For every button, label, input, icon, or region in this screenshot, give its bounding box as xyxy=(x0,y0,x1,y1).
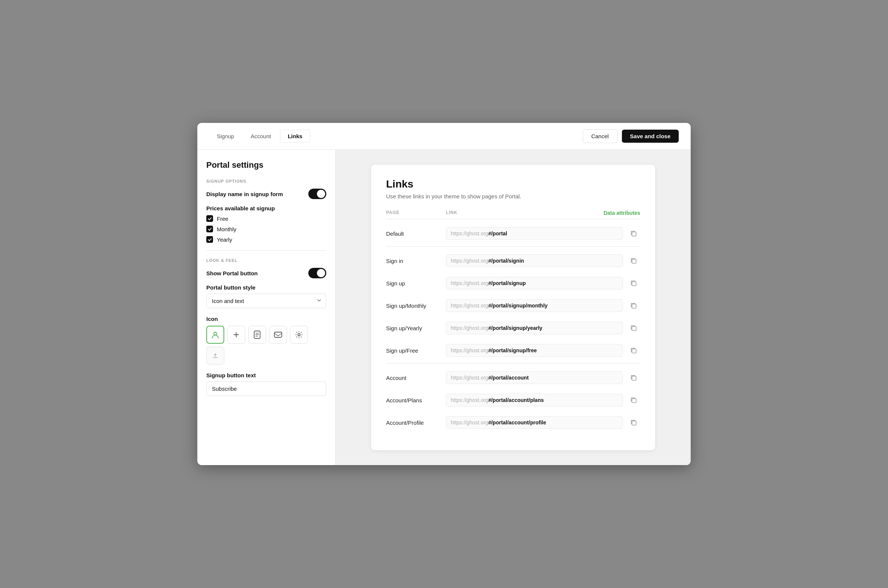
save-close-button[interactable]: Save and close xyxy=(622,130,679,143)
tab-account[interactable]: Account xyxy=(243,130,278,143)
copy-btn-signup-monthly[interactable] xyxy=(627,299,640,312)
tab-group: Signup Account Links xyxy=(209,130,310,143)
tab-links[interactable]: Links xyxy=(280,130,310,143)
link-url-signup-free: https://ghost.org#/portal/signup/free xyxy=(446,344,623,357)
show-portal-toggle[interactable] xyxy=(308,268,326,278)
prices-checkbox-group: Free Monthly Yearly xyxy=(206,215,326,243)
icon-plus[interactable] xyxy=(227,326,245,344)
price-yearly-label: Yearly xyxy=(217,237,232,243)
col-data-header[interactable]: Data attributes xyxy=(604,210,640,216)
link-row-signup: Sign up https://ghost.org#/portal/signup xyxy=(386,272,640,294)
link-url-account-plans: https://ghost.org#/portal/account/plans xyxy=(446,394,623,406)
link-row-signup-monthly: Sign up/Monthly https://ghost.org#/porta… xyxy=(386,294,640,317)
copy-btn-signup-yearly[interactable] xyxy=(627,321,640,335)
prices-label: Prices available at signup xyxy=(206,205,326,212)
copy-btn-account-profile[interactable] xyxy=(627,416,640,429)
page-name-signup-free: Sign up/Free xyxy=(386,347,446,354)
link-url-account-profile: https://ghost.org#/portal/account/profil… xyxy=(446,416,623,429)
col-link-header: Link xyxy=(446,210,604,216)
cancel-button[interactable]: Cancel xyxy=(583,129,618,143)
price-yearly-checkbox[interactable] xyxy=(206,236,213,243)
price-yearly-item[interactable]: Yearly xyxy=(206,236,326,243)
copy-btn-signin[interactable] xyxy=(627,254,640,267)
button-style-select[interactable]: Icon and text xyxy=(206,294,326,308)
page-name-signup-yearly: Sign up/Yearly xyxy=(386,325,446,332)
svg-rect-11 xyxy=(632,399,636,403)
link-row-signup-free: Sign up/Free https://ghost.org#/portal/s… xyxy=(386,339,640,362)
top-bar: Signup Account Links Cancel Save and clo… xyxy=(197,123,691,150)
link-url-signup: https://ghost.org#/portal/signup xyxy=(446,277,623,290)
copy-btn-account-plans[interactable] xyxy=(627,393,640,407)
links-card: Links Use these links in your theme to s… xyxy=(371,165,655,450)
price-monthly-item[interactable]: Monthly xyxy=(206,226,326,232)
links-table-header: Page Link Data attributes xyxy=(386,210,640,219)
main-layout: Portal settings Signup Options Display n… xyxy=(197,150,691,465)
link-row-account: Account https://ghost.org#/portal/accoun… xyxy=(386,366,640,389)
svg-rect-7 xyxy=(632,304,636,308)
svg-rect-5 xyxy=(632,259,636,263)
page-name-signup: Sign up xyxy=(386,280,446,286)
section-divider-1 xyxy=(206,250,326,250)
show-portal-row: Show Portal button xyxy=(206,268,326,278)
signup-text-input[interactable] xyxy=(206,381,326,396)
page-name-account-plans: Account/Plans xyxy=(386,397,446,404)
button-style-select-wrapper: Icon and text xyxy=(206,294,326,308)
svg-rect-6 xyxy=(632,282,636,286)
svg-rect-12 xyxy=(632,421,636,425)
page-name-default: Default xyxy=(386,231,446,237)
display-name-row: Display name in signup form xyxy=(206,189,326,199)
links-section-default: Default https://ghost.org#/portal xyxy=(386,221,640,246)
page-name-signup-monthly: Sign up/Monthly xyxy=(386,303,446,309)
link-row-default: Default https://ghost.org#/portal xyxy=(386,222,640,245)
look-feel-label: Look & Feel xyxy=(206,258,326,262)
icon-person[interactable] xyxy=(206,326,224,344)
link-url-signup-yearly: https://ghost.org#/portal/signup/yearly xyxy=(446,322,623,334)
icon-settings[interactable] xyxy=(290,326,308,344)
svg-rect-4 xyxy=(632,232,636,236)
icon-mail[interactable] xyxy=(269,326,287,344)
page-name-account: Account xyxy=(386,375,446,381)
price-free-item[interactable]: Free xyxy=(206,215,326,222)
link-row-account-plans: Account/Plans https://ghost.org#/portal/… xyxy=(386,389,640,411)
icon-section-label: Icon xyxy=(206,316,326,322)
copy-btn-signup[interactable] xyxy=(627,276,640,290)
col-page-header: Page xyxy=(386,210,446,216)
link-url-signin: https://ghost.org#/portal/signin xyxy=(446,254,623,267)
price-monthly-checkbox[interactable] xyxy=(206,226,213,232)
sidebar: Portal settings Signup Options Display n… xyxy=(197,150,336,465)
svg-rect-9 xyxy=(632,349,636,353)
top-bar-actions: Cancel Save and close xyxy=(583,129,679,143)
link-url-signup-monthly: https://ghost.org#/portal/signup/monthly xyxy=(446,299,623,312)
tab-signup[interactable]: Signup xyxy=(209,130,242,143)
copy-btn-default[interactable] xyxy=(627,227,640,240)
link-url-account: https://ghost.org#/portal/account xyxy=(446,371,623,384)
copy-btn-account[interactable] xyxy=(627,371,640,384)
svg-point-3 xyxy=(298,334,300,336)
display-name-label: Display name in signup form xyxy=(206,191,283,197)
svg-rect-8 xyxy=(632,327,636,331)
links-section-signin: Sign in https://ghost.org#/portal/signin… xyxy=(386,248,640,363)
link-url-default: https://ghost.org#/portal xyxy=(446,227,623,240)
links-title: Links xyxy=(386,178,640,190)
svg-point-0 xyxy=(214,332,217,335)
signup-options-label: Signup Options xyxy=(206,179,326,183)
page-name-signin: Sign in xyxy=(386,258,446,264)
price-monthly-label: Monthly xyxy=(217,226,237,232)
show-portal-label: Show Portal button xyxy=(206,270,257,276)
link-row-signup-yearly: Sign up/Yearly https://ghost.org#/portal… xyxy=(386,317,640,339)
icon-grid xyxy=(206,326,326,364)
icon-document[interactable] xyxy=(248,326,266,344)
svg-rect-10 xyxy=(632,376,636,380)
svg-rect-2 xyxy=(274,332,282,338)
icon-upload[interactable] xyxy=(206,346,224,364)
sidebar-title: Portal settings xyxy=(206,160,326,170)
button-style-label: Portal button style xyxy=(206,284,326,291)
price-free-checkbox[interactable] xyxy=(206,215,213,222)
signup-text-label: Signup button text xyxy=(206,372,326,378)
copy-btn-signup-free[interactable] xyxy=(627,344,640,357)
link-row-account-profile: Account/Profile https://ghost.org#/porta… xyxy=(386,411,640,434)
link-row-signin: Sign in https://ghost.org#/portal/signin xyxy=(386,249,640,272)
display-name-toggle[interactable] xyxy=(308,189,326,199)
links-subtitle: Use these links in your theme to show pa… xyxy=(386,193,640,200)
links-section-account: Account https://ghost.org#/portal/accoun… xyxy=(386,365,640,435)
